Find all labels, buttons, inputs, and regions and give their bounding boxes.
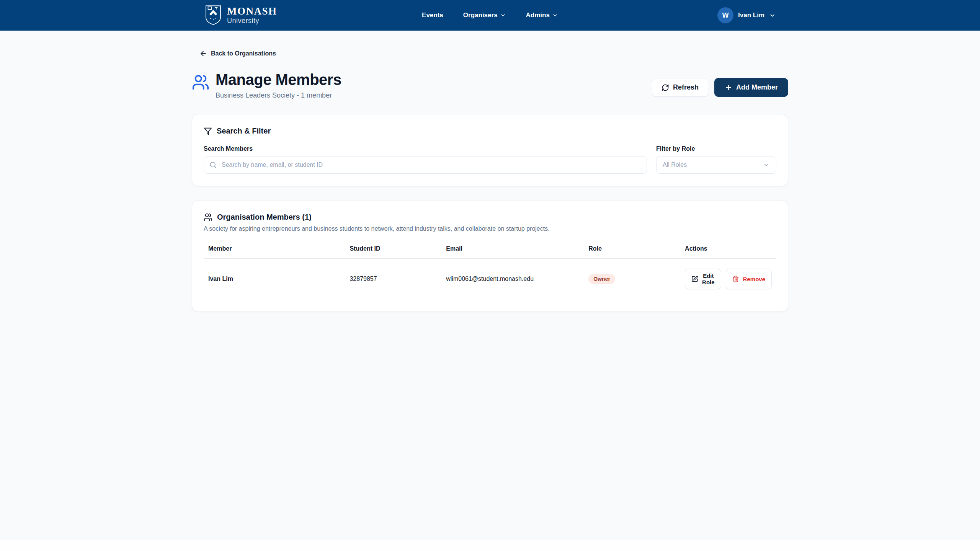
- column-header-email: Email: [441, 241, 584, 259]
- monash-logo-text: MONASH University: [227, 6, 277, 24]
- remove-label: Remove: [743, 276, 765, 282]
- role-filter-select[interactable]: All Roles: [656, 156, 776, 174]
- search-filter-heading: Search & Filter: [217, 127, 271, 135]
- users-icon: [204, 213, 212, 222]
- edit-role-button[interactable]: Edit Role: [685, 269, 721, 289]
- user-name: Ivan Lim: [738, 11, 764, 19]
- back-link-label: Back to Organisations: [211, 50, 276, 57]
- monash-shield-icon: [204, 5, 222, 26]
- users-icon: [192, 73, 209, 91]
- role-badge: Owner: [588, 274, 615, 284]
- arrow-left-icon: [199, 50, 207, 57]
- refresh-label: Refresh: [673, 83, 699, 91]
- refresh-button[interactable]: Refresh: [652, 78, 708, 97]
- nav-organisers-label: Organisers: [463, 11, 498, 19]
- search-icon: [209, 161, 217, 169]
- avatar: W: [717, 7, 733, 23]
- plus-icon: [725, 84, 732, 91]
- member-name: Ivan Lim: [204, 259, 345, 300]
- member-student-id: 32879857: [345, 259, 441, 300]
- add-member-label: Add Member: [736, 83, 778, 91]
- nav-events-label: Events: [422, 11, 443, 19]
- chevron-down-icon: [769, 12, 776, 19]
- search-members-label: Search Members: [204, 145, 647, 152]
- members-heading: Organisation Members (1): [217, 213, 312, 222]
- nav-item-events[interactable]: Events: [422, 11, 443, 19]
- members-description: A society for aspiring entrepreneurs and…: [204, 225, 776, 232]
- page-subtitle: Business Leaders Society - 1 member: [216, 91, 341, 99]
- add-member-button[interactable]: Add Member: [714, 78, 788, 97]
- member-email: wlim0061@student.monash.edu: [441, 259, 584, 300]
- main-nav: Events Organisers Admins: [422, 11, 558, 19]
- nav-item-organisers[interactable]: Organisers: [463, 11, 506, 19]
- search-filter-card: Search & Filter Search Members Filter by…: [192, 114, 788, 186]
- column-header-actions: Actions: [680, 241, 776, 259]
- chevron-down-icon: [552, 12, 558, 18]
- filter-funnel-icon: [204, 127, 212, 135]
- refresh-icon: [662, 84, 669, 91]
- top-navbar: MONASH University Events Organisers Admi…: [0, 0, 980, 31]
- filter-by-role-label: Filter by Role: [656, 145, 776, 152]
- edit-pencil-icon: [691, 276, 698, 282]
- edit-role-label: Edit Role: [702, 272, 715, 285]
- members-table: Member Student ID Email Role Actions Iva…: [204, 241, 776, 299]
- trash-icon: [732, 276, 739, 282]
- role-filter-value: All Roles: [663, 161, 687, 168]
- search-members-input[interactable]: [204, 156, 647, 174]
- nav-admins-label: Admins: [526, 11, 550, 19]
- column-header-student-id: Student ID: [345, 241, 441, 259]
- monash-logo[interactable]: MONASH University: [204, 5, 277, 26]
- user-menu[interactable]: W Ivan Lim: [717, 7, 776, 23]
- main-content: Back to Organisations Manage Members Bus…: [192, 31, 788, 312]
- logo-line2: University: [227, 17, 277, 25]
- nav-item-admins[interactable]: Admins: [526, 11, 558, 19]
- table-row: Ivan Lim 32879857 wlim0061@student.monas…: [204, 259, 776, 300]
- chevron-down-icon: [500, 12, 506, 18]
- column-header-member: Member: [204, 241, 345, 259]
- logo-line1: MONASH: [227, 6, 277, 16]
- back-to-organisations-link[interactable]: Back to Organisations: [199, 50, 276, 57]
- column-header-role: Role: [584, 241, 680, 259]
- page-title: Manage Members: [216, 71, 341, 88]
- chevron-down-icon: [763, 161, 770, 168]
- footer-strip: [0, 540, 980, 551]
- remove-button[interactable]: Remove: [726, 269, 772, 289]
- organisation-members-card: Organisation Members (1) A society for a…: [192, 200, 788, 312]
